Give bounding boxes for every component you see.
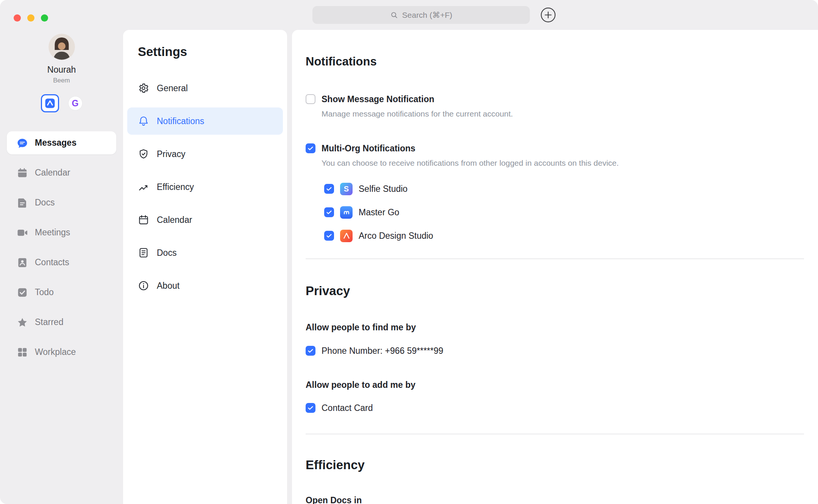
titlebar: Search (⌘+F)	[0, 0, 818, 30]
trend-icon	[138, 181, 149, 193]
contact-card-checkbox[interactable]	[306, 403, 315, 413]
show-message-row: Show Message Notification	[306, 93, 804, 105]
messages-icon	[17, 137, 28, 149]
settings-item-label: About	[157, 281, 180, 291]
multi-org-description: You can choose to receive notifications …	[322, 158, 804, 168]
add-button[interactable]	[540, 7, 556, 23]
sidebar-item-label: Starred	[35, 317, 63, 327]
check-icon	[325, 208, 333, 216]
shield-icon	[138, 148, 149, 160]
calendar-icon	[17, 167, 28, 179]
org-account-label: Selfie Studio	[359, 184, 407, 194]
search-icon	[390, 11, 398, 19]
sidebar-item-todo[interactable]: Todo	[7, 281, 116, 304]
multi-org-row: Multi-Org Notifications	[306, 143, 804, 154]
sidebar-item-meetings[interactable]: Meetings	[7, 221, 116, 244]
find-me-group-label: Allow people to find me by	[306, 322, 804, 333]
selfie-studio-app-icon: S	[340, 183, 353, 195]
settings-item-docs[interactable]: Docs	[127, 239, 283, 266]
org-badge-secondary[interactable]: G	[68, 96, 83, 110]
sidebar-item-label: Workplace	[35, 347, 76, 357]
sidebar-item-label: Todo	[35, 287, 54, 297]
sidebar-item-label: Contacts	[35, 257, 69, 268]
settings-item-label: Docs	[157, 248, 176, 258]
org-account-list: S Selfie Studio Master Go	[324, 180, 804, 244]
app-window: Search (⌘+F) Nourah Beem	[0, 0, 818, 504]
settings-item-efficiency[interactable]: Efficiency	[127, 173, 283, 201]
settings-item-notifications[interactable]: Notifications	[127, 107, 283, 135]
multi-org-checkbox[interactable]	[306, 143, 315, 153]
doc-icon	[138, 247, 149, 258]
settings-item-about[interactable]: About	[127, 272, 283, 299]
settings-item-label: Efficiency	[157, 182, 194, 192]
check-icon	[307, 145, 314, 152]
plus-icon	[540, 7, 556, 23]
show-message-label: Show Message Notification	[322, 94, 434, 104]
selfie-studio-letter: S	[344, 185, 349, 193]
avatar-image	[48, 34, 75, 60]
zoom-button[interactable]	[41, 14, 48, 22]
settings-title: Settings	[127, 44, 283, 59]
search-bar[interactable]: Search (⌘+F)	[312, 6, 530, 24]
info-icon	[138, 280, 149, 291]
master-go-app-icon	[340, 206, 353, 219]
sidebar-item-messages[interactable]: Messages	[7, 131, 116, 154]
traffic-lights	[14, 14, 48, 22]
org-badge-primary[interactable]	[41, 94, 59, 112]
show-message-checkbox[interactable]	[306, 94, 315, 104]
avatar[interactable]	[48, 34, 75, 60]
sidebar-item-label: Calendar	[35, 168, 70, 178]
sidebar-item-contacts[interactable]: Contacts	[7, 251, 116, 274]
sidebar-item-workplace[interactable]: Workplace	[7, 341, 116, 364]
org-account-row: Arco Design Studio	[324, 227, 804, 244]
org-account-row: S Selfie Studio	[324, 180, 804, 198]
settings-content: Notifications Show Message Notification …	[292, 30, 818, 504]
selfie-studio-checkbox[interactable]	[324, 184, 334, 194]
close-button[interactable]	[14, 14, 21, 22]
org-account-label: Master Go	[359, 207, 399, 218]
settings-panel: Settings General Notifications	[123, 30, 287, 504]
settings-item-label: General	[157, 83, 188, 93]
settings-nav: General Notifications Privacy	[127, 75, 283, 299]
contact-card-row: Contact Card	[306, 402, 804, 414]
check-icon	[325, 232, 333, 240]
master-go-checkbox[interactable]	[324, 207, 334, 217]
sidebar-item-docs[interactable]: Docs	[7, 191, 116, 214]
sidebar-item-label: Meetings	[35, 227, 70, 238]
section-divider	[306, 258, 804, 259]
section-divider	[306, 434, 804, 434]
minimize-button[interactable]	[27, 14, 34, 22]
phone-number-checkbox[interactable]	[306, 346, 315, 356]
gear-icon	[138, 82, 149, 94]
settings-item-label: Privacy	[157, 149, 185, 159]
sidebar-nav: Messages Calendar Docs	[0, 131, 123, 370]
sidebar-item-calendar[interactable]: Calendar	[7, 161, 116, 184]
settings-item-privacy[interactable]: Privacy	[127, 140, 283, 168]
calendar-icon	[138, 214, 149, 226]
add-me-group-label: Allow people to add me by	[306, 379, 804, 390]
multi-org-label: Multi-Org Notifications	[322, 143, 415, 154]
sidebar: Nourah Beem G Messages	[0, 30, 123, 504]
star-icon	[17, 317, 28, 328]
open-docs-label: Open Docs in	[306, 495, 804, 504]
check-icon	[325, 185, 333, 193]
settings-item-label: Notifications	[157, 116, 204, 126]
meetings-icon	[17, 227, 28, 238]
beem-logo-icon	[44, 98, 56, 109]
user-org: Beem	[53, 77, 70, 84]
bell-icon	[138, 115, 149, 127]
settings-item-general[interactable]: General	[127, 75, 283, 102]
show-message-description: Manage message notifications for the cur…	[322, 109, 804, 119]
g-logo-icon: G	[72, 98, 79, 109]
efficiency-heading: Efficiency	[306, 457, 804, 473]
todo-icon	[17, 287, 28, 298]
phone-number-row: Phone Number: +966 59*****99	[306, 345, 804, 356]
settings-item-calendar[interactable]: Calendar	[127, 206, 283, 233]
phone-number-label: Phone Number: +966 59*****99	[322, 346, 443, 356]
docs-icon	[17, 197, 28, 208]
main-layout: Nourah Beem G Messages	[0, 30, 818, 504]
sidebar-item-starred[interactable]: Starred	[7, 311, 116, 334]
arco-design-checkbox[interactable]	[324, 231, 334, 241]
check-icon	[307, 347, 314, 355]
search-placeholder: Search (⌘+F)	[402, 11, 452, 20]
